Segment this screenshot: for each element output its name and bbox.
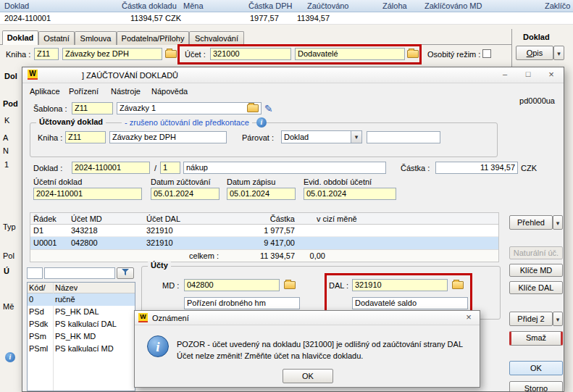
ucet-code-field[interactable]: 321000 <box>210 48 291 60</box>
ud-kniha-code-field[interactable]: Z11 <box>65 131 106 143</box>
documents-grid-row[interactable]: 2024-110001 11394,57 CZK 1977,57 11394,5… <box>0 12 573 25</box>
datum-zapisu-field[interactable]: 05.01.2024 <box>227 188 296 200</box>
notification-titlebar[interactable]: W Oznámení <box>135 311 480 325</box>
close-button[interactable] <box>542 69 561 80</box>
menu-porizeni[interactable]: Pořízení <box>69 87 99 96</box>
predkontace-note: - zrušeno účtování dle předkontace <box>122 118 252 128</box>
filter-code-input[interactable] <box>27 267 43 279</box>
notification-ok-button[interactable]: OK <box>283 369 333 383</box>
doklad-sub-field[interactable]: 1 <box>160 162 180 174</box>
notification-close-button[interactable] <box>459 312 478 323</box>
doklad-desc-field[interactable]: nákup <box>183 162 386 174</box>
menu-nastroje[interactable]: Nástroje <box>111 87 141 96</box>
sablona-label: Šablona : <box>33 104 67 114</box>
dal-account-field[interactable]: 321910 <box>352 279 448 291</box>
storno-button[interactable]: Storno <box>509 381 563 392</box>
tab-podatelna[interactable]: Podatelna/Přílohy <box>117 31 189 45</box>
posting-row-u0001[interactable]: U0001 042800 321910 9 417,00 <box>30 237 498 249</box>
doklad-number-field[interactable]: 2024-110001 <box>72 162 150 174</box>
currency-label: CZK <box>521 164 537 173</box>
opis-dropdown[interactable] <box>553 46 564 60</box>
naturalni-uc-button[interactable]: Naturální úč. <box>509 246 563 259</box>
row-dal: 321910 <box>146 225 219 236</box>
ucetni-doklad-field[interactable]: 2024-110001 <box>33 188 142 200</box>
sablona-folder-icon[interactable] <box>247 104 259 112</box>
list-item-psml[interactable]: PSml PS kalkulací MD <box>28 343 135 355</box>
md-folder-icon[interactable] <box>284 281 296 289</box>
fragment-0: Dol <box>4 72 17 81</box>
item-nazev: ručně <box>55 293 135 305</box>
screen: Doklad Částka dokladu Měna Částka DPH Za… <box>0 0 573 392</box>
parovat-dropdown-icon[interactable] <box>351 131 361 143</box>
opis-hotkey: O <box>527 49 533 57</box>
menu-aplikace[interactable]: Aplikace <box>30 87 60 96</box>
item-kod: PSd <box>29 306 52 317</box>
ucet-name-field[interactable]: Dodavatelé <box>295 48 405 60</box>
filter-button[interactable] <box>117 267 134 279</box>
parovat-label: Párovat : <box>242 133 274 143</box>
col-zaklicovano-dal: Zaklíčo <box>545 1 570 11</box>
filter-name-input[interactable] <box>44 267 115 279</box>
ucet-folder-icon[interactable] <box>407 50 419 58</box>
fragment-1: Pod <box>3 99 18 109</box>
posting-row-d1[interactable]: D1 343218 321910 1 977,57 <box>30 225 498 237</box>
parovat-target-field[interactable] <box>367 131 440 143</box>
notification-logo-icon: W <box>138 313 148 322</box>
opis-button[interactable]: Opis <box>516 46 553 60</box>
maximize-button[interactable] <box>519 69 538 80</box>
tab-ostatni-label: Ostatní <box>43 34 69 43</box>
prehled-button[interactable]: Přehled <box>509 215 553 230</box>
tab-ostatni[interactable]: Ostatní <box>38 31 75 45</box>
doklad-slash: / <box>154 164 156 173</box>
total-foreign-value: 0,00 <box>277 250 325 262</box>
item-nazev: PS kalkulací MD <box>55 343 135 354</box>
pridej-dropdown[interactable] <box>553 312 563 326</box>
smaz-button[interactable]: Smaž <box>509 331 563 346</box>
col-zaklicovano-md: Zaklíčováno MD <box>424 1 482 11</box>
list-item-psm[interactable]: PSm PS_HK MD <box>28 330 135 343</box>
castka-label: Částka : <box>401 164 430 173</box>
evid-obdobi-field[interactable]: 05.01.2024 <box>304 188 396 200</box>
ok-button[interactable]: OK <box>509 361 563 375</box>
tab-schvalovani[interactable]: Schvalování <box>189 31 244 45</box>
ucet-label: Účet : <box>185 50 206 59</box>
sablona-code-field[interactable]: Z11 <box>72 102 113 114</box>
total-label: celkem : <box>154 250 219 262</box>
list-item-rucne[interactable]: 0 ručně <box>28 293 135 306</box>
item-kod: PSm <box>29 330 52 342</box>
dal-label: DAL : <box>329 281 348 291</box>
castka-field[interactable]: 11 394,57 <box>435 162 518 174</box>
parovat-select[interactable]: Doklad <box>281 130 362 143</box>
ucty-legend: Účty <box>148 261 171 270</box>
kniha-name-field[interactable]: Závazky bez DPH <box>62 48 162 60</box>
dal-account-name-field[interactable]: Dodavatelé saldo <box>352 297 468 309</box>
opis-rest: pis <box>532 49 543 57</box>
md-account-name-field[interactable]: Pořízení drobného hm <box>184 297 300 309</box>
minimize-button[interactable] <box>495 69 514 80</box>
menu-napoveda[interactable]: Nápověda <box>151 87 188 96</box>
dal-folder-icon[interactable] <box>452 281 464 289</box>
list-item-psdk[interactable]: PSdk PS kalkulací DAL <box>28 318 135 330</box>
item-kod: PSml <box>29 343 52 354</box>
tab-podatelna-label: Podatelna/Přílohy <box>122 34 185 43</box>
list-item-psd[interactable]: PSd PS_HK DAL <box>28 306 135 318</box>
dialog-titlebar[interactable]: W ] ZAÚČTOVÁNÍ DOKLADŮ <box>22 67 564 83</box>
ud-kniha-name-field[interactable]: Závazky bez DPH <box>109 131 227 143</box>
kniha-code-field[interactable]: Z11 <box>34 48 59 60</box>
notification-line2: Účet nelze změnit! Změňte účet na hlavič… <box>177 351 363 361</box>
tab-smlouva[interactable]: Smlouva <box>75 31 117 45</box>
col-zaloha: Záloha <box>382 1 407 11</box>
kniha-folder-icon[interactable] <box>165 50 177 58</box>
pridej-button[interactable]: Přidej 2 <box>509 312 553 326</box>
row-castka: 1 977,57 <box>222 225 295 236</box>
prehled-dropdown[interactable] <box>553 215 563 230</box>
edit-pencil-icon[interactable]: ✎ <box>264 104 273 114</box>
datum-zuctovani-field[interactable]: 05.01.2024 <box>151 188 219 200</box>
panel-title: Doklad <box>523 33 550 42</box>
tab-doklad[interactable]: Doklad <box>2 30 38 45</box>
klice-md-button[interactable]: Klíče MD <box>509 264 563 277</box>
klice-dal-button[interactable]: Klíče DAL <box>509 281 563 294</box>
osobity-rezim-checkbox[interactable] <box>482 49 491 58</box>
md-account-field[interactable]: 042800 <box>184 279 280 291</box>
sablona-name-field[interactable]: Závazky 1 <box>117 102 262 114</box>
